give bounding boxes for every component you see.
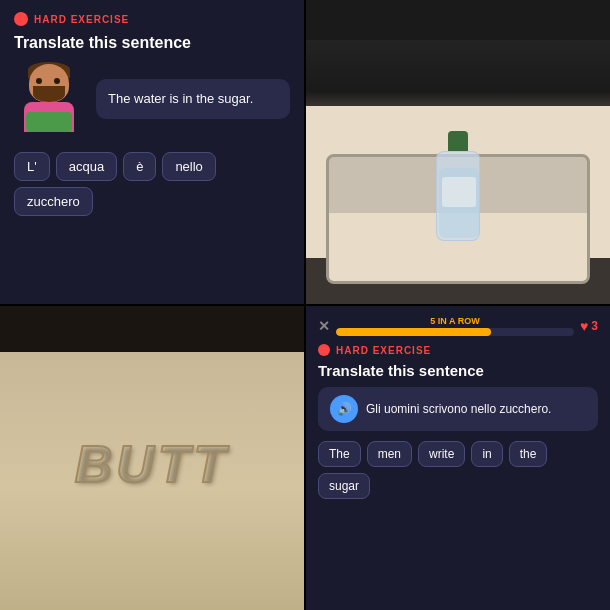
word-chip-0[interactable]: L' bbox=[14, 152, 50, 181]
word-chip-4[interactable]: zucchero bbox=[14, 187, 93, 216]
word-chip2-2[interactable]: write bbox=[418, 441, 465, 467]
hard-badge-label-2: HARD EXERCISE bbox=[336, 345, 431, 356]
character-illustration bbox=[14, 64, 84, 134]
progress-bar-container bbox=[336, 328, 574, 336]
speaker-icon: 🔊 bbox=[337, 402, 352, 416]
progress-wrapper: 5 IN A ROW bbox=[336, 316, 574, 336]
audio-sentence: Gli uomini scrivono nello zucchero. bbox=[366, 402, 551, 416]
bottom-left-photo: BUTT bbox=[0, 306, 304, 610]
butt-text-in-sugar: BUTT bbox=[75, 434, 230, 494]
sugar-tray: BUTT bbox=[0, 306, 304, 610]
top-left-exercise: HARD EXERCISE Translate this sentence Th… bbox=[0, 0, 304, 304]
char-eye-right bbox=[54, 78, 60, 84]
heart-count: 3 bbox=[591, 319, 598, 333]
word-chip2-1[interactable]: men bbox=[367, 441, 412, 467]
word-chip2-3[interactable]: in bbox=[471, 441, 502, 467]
counter-background bbox=[306, 0, 610, 40]
word-chip2-5[interactable]: sugar bbox=[318, 473, 370, 499]
photo-background bbox=[306, 0, 610, 304]
main-grid: HARD EXERCISE Translate this sentence Th… bbox=[0, 0, 610, 610]
audio-button[interactable]: 🔊 bbox=[330, 395, 358, 423]
char-overalls bbox=[26, 112, 72, 132]
audio-bubble: 🔊 Gli uomini scrivono nello zucchero. bbox=[318, 387, 598, 431]
exercise-title: Translate this sentence bbox=[14, 34, 290, 52]
close-icon[interactable]: ✕ bbox=[318, 318, 330, 334]
fire-icon-2 bbox=[318, 344, 330, 356]
sentence-text: The water is in the sugar. bbox=[108, 91, 253, 106]
exercise-header: HARD EXERCISE bbox=[14, 12, 290, 26]
bottle-cap bbox=[448, 131, 468, 151]
streak-bar: ✕ 5 IN A ROW ♥ 3 bbox=[318, 316, 598, 336]
word-chip-1[interactable]: acqua bbox=[56, 152, 117, 181]
word-options-2: The men write in the sugar bbox=[318, 441, 598, 499]
word-chip2-4[interactable]: the bbox=[509, 441, 548, 467]
bottom-right-exercise: ✕ 5 IN A ROW ♥ 3 HARD EXERCISE Translate… bbox=[306, 306, 610, 610]
bottle-body bbox=[436, 151, 480, 241]
sentence-bubble: The water is in the sugar. bbox=[96, 79, 290, 119]
heart-icon: ♥ bbox=[580, 318, 588, 334]
bottle-label bbox=[442, 177, 476, 207]
progress-bar-fill bbox=[336, 328, 491, 336]
char-eye-left bbox=[36, 78, 42, 84]
word-chip-2[interactable]: è bbox=[123, 152, 156, 181]
hard-badge-label: HARD EXERCISE bbox=[34, 14, 129, 25]
streak-label: 5 IN A ROW bbox=[336, 316, 574, 326]
char-beard bbox=[33, 86, 65, 102]
exercise-title-2: Translate this sentence bbox=[318, 362, 598, 379]
word-chip-3[interactable]: nello bbox=[162, 152, 215, 181]
bottle bbox=[436, 131, 480, 241]
tray bbox=[326, 154, 590, 284]
exercise-body: The water is in the sugar. bbox=[14, 64, 290, 134]
top-right-photo bbox=[306, 0, 610, 304]
exercise-header-2: HARD EXERCISE bbox=[318, 344, 598, 356]
word-chip2-0[interactable]: The bbox=[318, 441, 361, 467]
hearts-display: ♥ 3 bbox=[580, 318, 598, 334]
fire-icon bbox=[14, 12, 28, 26]
word-options: L' acqua è nello zucchero bbox=[14, 152, 290, 216]
